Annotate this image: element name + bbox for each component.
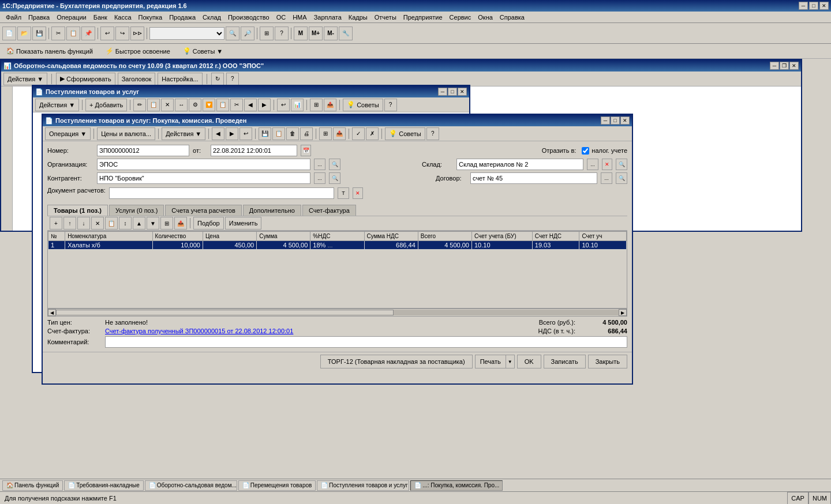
- table-tb1[interactable]: +: [50, 217, 62, 230]
- tb-find2[interactable]: 🔎: [241, 27, 254, 40]
- tb-mminus[interactable]: M-: [324, 27, 338, 40]
- osv-actions-btn[interactable]: Действия ▼: [3, 73, 47, 85]
- doc-calc-input[interactable]: [109, 187, 334, 199]
- org-search-btn[interactable]: 🔍: [329, 159, 340, 170]
- quick-start-btn[interactable]: ⚡ Быстрое освоение: [102, 46, 174, 57]
- h-sb-thumb[interactable]: [56, 310, 394, 315]
- show-panel-btn[interactable]: 🏠 Показать панель функций: [2, 46, 97, 57]
- table-row[interactable]: 1 Халаты х/б 10,000 450,00 4 500,00 18% …: [48, 241, 627, 250]
- doc-tb-refresh[interactable]: ↩: [239, 127, 252, 140]
- h-scrollbar[interactable]: ◀ ▶: [47, 309, 627, 317]
- post-tb14[interactable]: 📤: [324, 99, 336, 111]
- post-tb7[interactable]: 📋: [216, 99, 229, 111]
- menu-operations[interactable]: Операции: [53, 13, 89, 22]
- post-actions-btn[interactable]: Действия ▼: [35, 99, 79, 111]
- tips-btn[interactable]: 💡 Советы ▼: [179, 46, 227, 57]
- osv-restore-btn[interactable]: ❐: [780, 62, 789, 70]
- doc-actions-btn[interactable]: Действия ▼: [162, 127, 205, 140]
- app-minimize-btn[interactable]: ─: [799, 2, 808, 10]
- post-add-btn[interactable]: + Добавить: [85, 99, 127, 111]
- post-list-minimize-btn[interactable]: ─: [438, 88, 447, 96]
- tab-additional[interactable]: Дополнительно: [243, 205, 301, 216]
- menu-edit[interactable]: Правка: [25, 13, 53, 22]
- task-postuplenia[interactable]: 📄 Поступления товаров и услуг: [317, 480, 409, 491]
- table-change-btn[interactable]: Изменить: [225, 217, 262, 230]
- post-tb12[interactable]: 📊: [291, 99, 304, 111]
- menu-salary[interactable]: Зарплата: [310, 13, 345, 22]
- print-dropdown-btn[interactable]: ▼: [506, 355, 515, 368]
- tb-save[interactable]: 💾: [32, 27, 46, 40]
- invoice-link[interactable]: Счет-фактура полученный ЗП000000015 от 2…: [105, 328, 293, 334]
- doc-tb-b1[interactable]: ⊞: [319, 127, 332, 140]
- save-btn[interactable]: Записать: [544, 355, 586, 368]
- h-sb-left[interactable]: ◀: [48, 309, 56, 316]
- task-doc-active[interactable]: 📄 ...: Покупка, комиссия. Про...: [410, 480, 503, 491]
- tb-combo[interactable]: [149, 27, 224, 40]
- doc-tb-prev[interactable]: ◀: [212, 127, 224, 140]
- tb-cut[interactable]: ✂: [51, 27, 65, 40]
- task-movements[interactable]: 📄 Перемещения товаров: [238, 480, 316, 491]
- tb-copy[interactable]: 📋: [66, 27, 80, 40]
- contract-search-btn[interactable]: 🔍: [616, 172, 627, 184]
- app-close-btn[interactable]: ✕: [819, 2, 829, 10]
- post-tb2[interactable]: 📋: [147, 99, 160, 111]
- post-tb1[interactable]: ✏: [133, 99, 146, 111]
- doc-tb-unpost[interactable]: ✗: [366, 127, 379, 140]
- table-tb2[interactable]: ↑: [63, 217, 76, 230]
- tab-invoice[interactable]: Счет-фактура: [302, 205, 356, 216]
- doc-tb-copy[interactable]: 📋: [272, 127, 285, 140]
- doc-close-btn[interactable]: ✕: [620, 116, 630, 125]
- menu-service[interactable]: Сервис: [446, 13, 475, 22]
- post-tb3[interactable]: ✕: [161, 99, 174, 111]
- doc-minimize-btn[interactable]: ─: [601, 116, 610, 125]
- table-tb9[interactable]: ⊞: [160, 217, 173, 230]
- menu-nma[interactable]: НМА: [289, 13, 310, 22]
- tb-redo[interactable]: ↪: [115, 27, 129, 40]
- app-maximize-btn[interactable]: □: [809, 2, 818, 10]
- osv-settings-btn[interactable]: Настройка...: [158, 73, 202, 85]
- post-tb10[interactable]: ▶: [258, 99, 271, 111]
- osv-minimize-btn[interactable]: ─: [770, 62, 779, 70]
- date-input[interactable]: [211, 145, 297, 156]
- task-requirements[interactable]: 📄 Требования-накладные: [64, 480, 144, 491]
- table-tb7[interactable]: ▲: [133, 217, 145, 230]
- table-tb3[interactable]: ↓: [77, 217, 90, 230]
- doc-tb-del[interactable]: 🗑: [286, 127, 299, 140]
- comment-input[interactable]: [105, 336, 627, 348]
- org-browse-btn[interactable]: ...: [314, 159, 325, 170]
- print-btn[interactable]: Печать: [475, 355, 506, 368]
- table-container[interactable]: № Номенклатура Количество Цена Сумма %НД…: [47, 231, 627, 309]
- close-btn[interactable]: Закрыть: [588, 355, 627, 368]
- osv-help-btn[interactable]: ?: [226, 73, 239, 85]
- osv-refresh-btn[interactable]: ↻: [211, 73, 224, 85]
- contractor-browse-btn[interactable]: ...: [314, 172, 325, 184]
- tax-checkbox[interactable]: [582, 147, 589, 155]
- contractor-search-btn[interactable]: 🔍: [329, 172, 340, 184]
- doc-tb-b2[interactable]: 📤: [333, 127, 346, 140]
- table-tb5[interactable]: 📋: [105, 217, 118, 230]
- table-tb6[interactable]: ↕: [119, 217, 132, 230]
- post-tb8[interactable]: ✂: [230, 99, 243, 111]
- doc-help-btn[interactable]: ?: [426, 127, 439, 140]
- osv-close-btn[interactable]: ✕: [789, 62, 799, 70]
- doc-calc-t-btn[interactable]: T: [338, 187, 349, 199]
- osv-form-btn[interactable]: ▶ Сформировать: [56, 73, 115, 85]
- post-tb4[interactable]: ↔: [175, 99, 188, 111]
- tb-grid[interactable]: ⊞: [260, 27, 274, 40]
- menu-hr[interactable]: Кадры: [345, 13, 371, 22]
- contractor-input[interactable]: [97, 172, 310, 184]
- menu-bank[interactable]: Банк: [90, 13, 111, 22]
- tb-tools[interactable]: 🔧: [339, 27, 353, 40]
- tb-help[interactable]: ?: [275, 27, 289, 40]
- table-select-btn[interactable]: Подбор: [193, 217, 224, 230]
- doc-tb-save[interactable]: 💾: [259, 127, 271, 140]
- contract-input[interactable]: [470, 172, 597, 184]
- ok-btn[interactable]: OK: [517, 355, 541, 368]
- tab-services[interactable]: Услуги (0 поз.): [109, 205, 164, 216]
- tab-accounts[interactable]: Счета учета расчетов: [165, 205, 241, 216]
- date-picker-btn[interactable]: 📅: [301, 145, 311, 156]
- post-tips-btn[interactable]: 💡 Советы: [343, 99, 383, 111]
- menu-os[interactable]: ОС: [273, 13, 290, 22]
- number-input[interactable]: [97, 145, 189, 156]
- tb-open[interactable]: 📂: [17, 27, 31, 40]
